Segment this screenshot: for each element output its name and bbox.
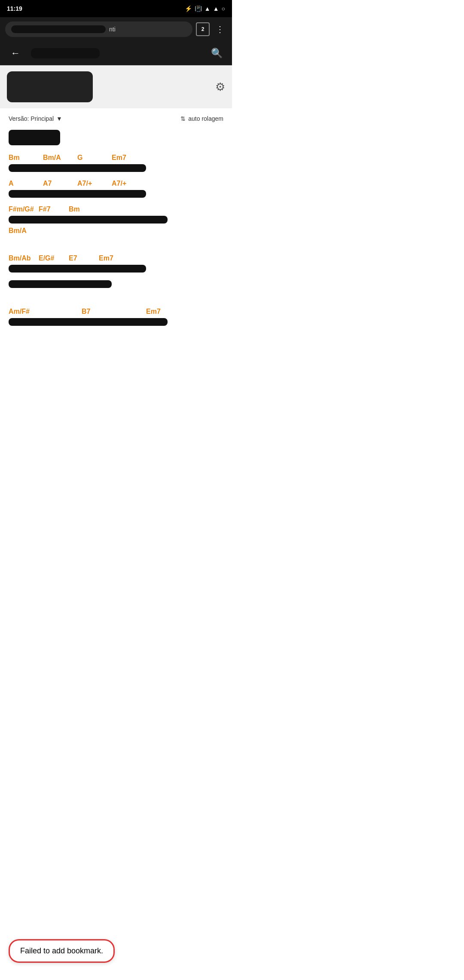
lyric-obscured-4 [9,265,146,273]
chord-Bm: Bm [9,154,43,162]
lyric-obscured-3 [9,216,168,224]
chord-BmA-inline: Bm/A [9,227,27,235]
toolbar-title-obscured [31,48,100,58]
settings-button[interactable]: ⚙ [215,80,225,94]
chord-BmAb: Bm/Ab [9,254,39,262]
song-title-obscured [9,130,60,145]
chord-BmA: Bm/A [43,154,77,162]
lyric-obscured-5 [9,280,112,288]
status-bar: 11:19 ⚡ 📳 ▲ ▲ ○ [0,0,232,17]
chord-Em7-6: Em7 [146,308,176,315]
chord-E7: E7 [69,254,99,262]
lyric-obscured-1 [9,164,146,172]
chord-Em7: Em7 [112,154,146,162]
browser-tab-button[interactable]: 2 [196,22,210,36]
chord-line-1: Bm Bm/A G Em7 [9,154,223,162]
chord-FmGsharp: F#m/G# [9,205,39,213]
chord-EGsharp: E/G# [39,254,69,262]
address-obscured [11,25,106,33]
address-partial: nti [109,26,116,33]
browser-bar: nti 2 ⋮ [0,17,232,41]
chord-line-5: Am/F# B7 Em7 [9,308,223,315]
lyric-obscured-6 [9,318,168,326]
browser-address-bar[interactable]: nti [5,21,192,37]
chord-section-1: Bm Bm/A G Em7 [9,154,223,172]
status-icons: ⚡ 📳 ▲ ▲ ○ [185,5,225,12]
chord-line-2: A A7 A7/+ A7/+ [9,180,223,187]
signal-icon: ▲ [213,5,219,12]
battery-icon: ○ [222,5,225,12]
header-image-area: ⚙ [0,65,232,108]
chord-Fsharp7: F#7 [39,205,69,213]
chord-G: G [77,154,112,162]
search-button[interactable]: 🔍 [208,45,225,62]
version-selector[interactable]: Versão: Principal ▼ [9,115,62,122]
chord-line-4: Bm/Ab E/G# E7 Em7 [9,254,223,262]
version-row: Versão: Principal ▼ ⇅ auto rolagem [9,115,223,122]
chord-section-3: F#m/G# F#7 Bm Bm/A [9,205,223,235]
chord-A7: A7 [43,180,77,187]
chord-A7plus-2: A7/+ [112,180,146,187]
chord-AmFsharp: Am/F# [9,308,39,315]
chord-Em7-4: Em7 [99,254,129,262]
lyric-obscured-2 [9,190,146,198]
chord-A7plus-1: A7/+ [77,180,112,187]
toolbar-left: ← [7,45,100,62]
chord-bma-inline-area: Bm/A [9,227,223,235]
auto-rolagem-toggle[interactable]: ⇅ auto rolagem [180,115,223,122]
chord-B7: B7 [82,308,112,315]
vibrate-icon: 📳 [195,5,202,12]
chord-Bm-3: Bm [69,205,99,213]
back-button[interactable]: ← [7,45,24,62]
browser-menu-button[interactable]: ⋮ [213,22,227,36]
bluetooth-icon: ⚡ [185,5,192,12]
chord-section-4: Bm/Ab E/G# E7 Em7 [9,254,223,273]
chord-A: A [9,180,43,187]
chord-section-5 [9,280,223,288]
chord-line-3: F#m/G# F#7 Bm [9,205,223,213]
header-thumbnail-obscured [7,71,93,102]
chord-section-2: A A7 A7/+ A7/+ [9,180,223,198]
app-toolbar: ← 🔍 [0,41,232,65]
content-area: Versão: Principal ▼ ⇅ auto rolagem Bm Bm… [0,108,232,495]
time-display: 11:19 [7,5,22,12]
wifi-icon: ▲ [205,5,211,12]
chord-section-6: Am/F# B7 Em7 [9,308,223,326]
